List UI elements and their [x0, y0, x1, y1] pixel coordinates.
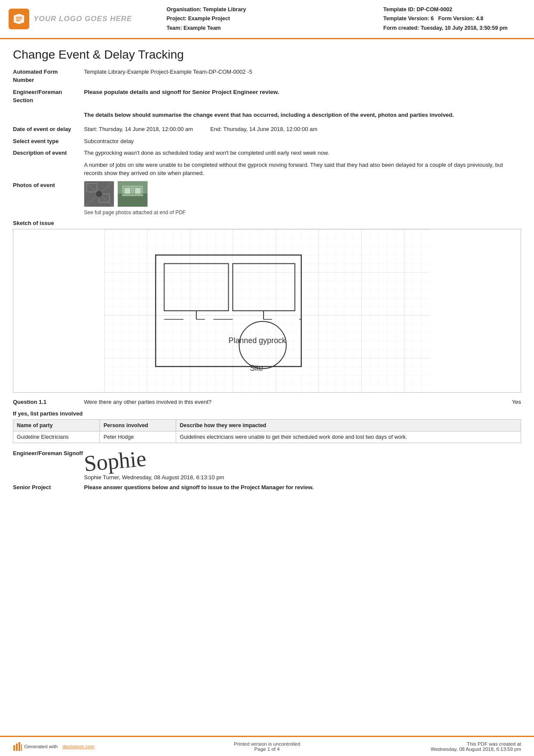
detail-box: The details below should summarise the c… [84, 111, 521, 119]
question-row: Question 1.1 Were there any other partie… [13, 399, 521, 405]
table-header-impact: Describe how they were impacted [176, 419, 521, 431]
header-logo: YOUR LOGO GOES HERE [9, 5, 132, 33]
signoff-label: Engineer/Foreman Signoff [13, 450, 84, 456]
header-org: Organisation: Template Library [167, 5, 375, 14]
form-number-value: Template Library-Example Project-Example… [84, 68, 521, 76]
party-name: Guideline Electricians [13, 431, 100, 443]
event-type-value: Subcontractor delay [84, 137, 521, 146]
question-label: Question 1.1 [13, 399, 84, 405]
header-meta: Organisation: Template Library Project: … [141, 5, 375, 33]
description-row: Description of event The gyprocking wasn… [13, 149, 521, 178]
footer-left: Generated with dashpivot.com [13, 742, 125, 751]
table-row: Guideline Electricians Peter Hodge Guide… [13, 431, 521, 443]
question-answer: Yes [503, 399, 521, 405]
template-id-value: DP-COM-0002 [417, 6, 453, 12]
form-created-value: Tuesday, 10 July 2018, 3:50:59 pm [421, 25, 508, 31]
header: YOUR LOGO GOES HERE Organisation: Templa… [0, 0, 534, 39]
form-title: Change Event & Delay Tracking [13, 48, 521, 62]
footer-page: Page 1 of 4 [125, 747, 409, 752]
form-version-label: Form Version: [438, 16, 475, 22]
party-persons: Peter Hodge [100, 431, 176, 443]
sketch-title: Sketch of issue [13, 220, 521, 226]
header-right: Template ID: DP-COM-0002 Template Versio… [383, 5, 521, 33]
parties-title: If yes, list parties involved [13, 410, 521, 417]
header-versions: Template Version: 6 Form Version: 4.8 [383, 14, 521, 23]
header-template-id: Template ID: DP-COM-0002 [383, 5, 521, 14]
event-type-row: Select event type Subcontractor delay [13, 137, 521, 146]
parties-table: Name of party Persons involved Describe … [13, 419, 521, 443]
header-form-created: Form created: Tuesday, 10 July 2018, 3:5… [383, 24, 521, 33]
question-text: Were there any other parties involved in… [84, 399, 503, 405]
date-range: Start: Thursday, 14 June 2018, 12:00:00 … [84, 125, 521, 134]
signature: Sophie [83, 447, 147, 475]
senior-project-value: Please answer questions below and signof… [84, 484, 521, 490]
senior-project-row: Senior Project Please answer questions b… [13, 484, 521, 490]
footer: Generated with dashpivot.com Printed ver… [0, 736, 534, 756]
signoff-content: Sophie Sophie Turner, Wednesday, 08 Augu… [84, 450, 521, 481]
svg-rect-10 [124, 187, 131, 194]
photos-container [84, 181, 521, 207]
description-line-2: A number of jobs on site were unable to … [84, 161, 521, 178]
svg-text:Planned gyprock: Planned gyprock [228, 336, 286, 344]
form-number-row: Automated Form Number Template Library-E… [13, 68, 521, 84]
org-value: Template Library [203, 6, 246, 12]
photo-1 [84, 181, 114, 207]
description-line-1: The gyprocking wasn't done as scheduled … [84, 149, 521, 157]
footer-uncontrolled: Printed version is uncontrolled [125, 741, 409, 747]
date-value: Start: Thursday, 14 June 2018, 12:00:00 … [84, 125, 521, 134]
photos-label: Photos of event [13, 181, 84, 190]
form-created-label: Form created: [383, 25, 419, 31]
photos-value: See full page photos attached at end of … [84, 181, 521, 216]
event-type-label: Select event type [13, 137, 84, 146]
sketch-container: Planned gyprock Site [13, 229, 521, 393]
team-value: Example Team [183, 25, 221, 31]
project-value: Example Project [188, 16, 230, 22]
engineer-section-label: Engineer/Foreman Section [13, 88, 84, 105]
logo-text: YOUR LOGO GOES HERE [34, 15, 132, 23]
project-label: Project: [167, 16, 187, 22]
date-start: Start: Thursday, 14 June 2018, 12:00:00 … [84, 125, 193, 134]
svg-text:Site: Site [250, 364, 263, 372]
main-content: Change Event & Delay Tracking Automated … [0, 39, 534, 501]
date-end: End: Thursday, 14 June 2018, 12:00:00 am [210, 125, 317, 134]
description-label: Description of event [13, 149, 84, 157]
photo-2 [118, 181, 148, 207]
engineer-section-value: Please populate details and signoff for … [84, 88, 521, 97]
template-version-value: 6 [431, 16, 434, 22]
photo-caption: See full page photos attached at end of … [84, 209, 521, 216]
dashpivot-link[interactable]: dashpivot.com [62, 744, 94, 749]
table-header-row: Name of party Persons involved Describe … [13, 419, 521, 431]
template-id-label: Template ID: [383, 6, 415, 12]
svg-point-5 [96, 191, 102, 197]
signoff-row: Engineer/Foreman Signoff Sophie Sophie T… [13, 450, 521, 481]
template-version-label: Template Version: [383, 16, 429, 22]
org-label: Organisation: [167, 6, 202, 12]
table-header-persons: Persons involved [100, 419, 176, 431]
header-team: Team: Example Team [167, 24, 375, 33]
footer-created-label: This PDF was created at [409, 741, 521, 747]
form-version-value: 4.8 [476, 16, 483, 22]
svg-rect-11 [135, 187, 141, 194]
footer-logo: Generated with dashpivot.com [13, 742, 94, 751]
footer-created-value: Wednesday, 08 August 2018, 6:13:59 pm [409, 747, 521, 752]
svg-rect-30 [21, 744, 22, 751]
header-project: Project: Example Project [167, 14, 375, 23]
generated-text: Generated with [24, 744, 58, 749]
photos-row: Photos of event [13, 181, 521, 216]
date-row: Date of event or delay Start: Thursday, … [13, 125, 521, 134]
svg-rect-28 [16, 744, 18, 751]
signoff-name: Sophie Turner, Wednesday, 08 August 2018… [84, 474, 521, 481]
senior-project-label: Senior Project [13, 484, 84, 490]
date-label: Date of event or delay [13, 125, 84, 134]
form-number-label: Automated Form Number [13, 68, 84, 84]
svg-rect-27 [13, 745, 15, 751]
footer-right: This PDF was created at Wednesday, 08 Au… [409, 741, 521, 752]
team-label: Team: [167, 25, 182, 31]
footer-center: Printed version is uncontrolled Page 1 o… [125, 741, 409, 752]
page: YOUR LOGO GOES HERE Organisation: Templa… [0, 0, 534, 756]
table-header-name: Name of party [13, 419, 100, 431]
logo-icon [9, 9, 29, 29]
engineer-section-row: Engineer/Foreman Section Please populate… [13, 88, 521, 105]
svg-rect-29 [19, 742, 20, 751]
description-value: The gyprocking wasn't done as scheduled … [84, 149, 521, 178]
